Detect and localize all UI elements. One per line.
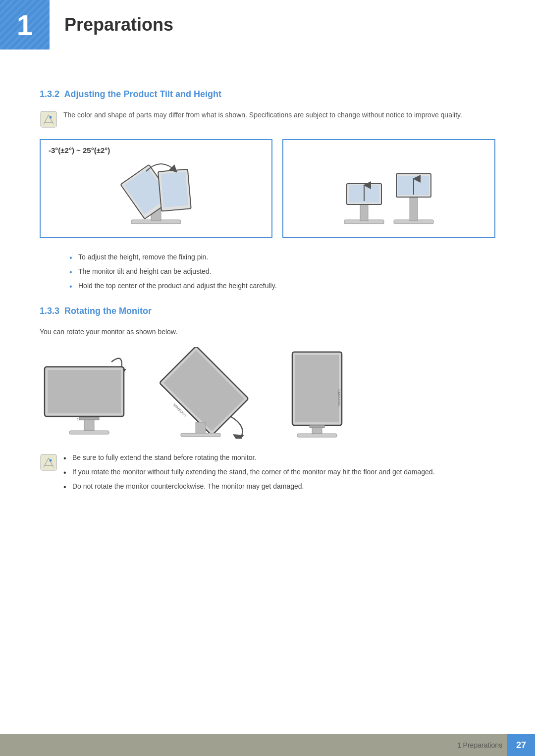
section-133-heading: 1.3.3 Rotating the Monitor [40, 306, 495, 316]
bullet-item-133: Do not rotate the monitor counterclockwi… [63, 481, 495, 492]
svg-rect-36 [312, 428, 322, 434]
rotation-diagram-3: SAMSUNG [277, 347, 357, 439]
section-132-heading: 1.3.2 Adjusting the Product Tilt and Hei… [40, 89, 495, 100]
tilt-diagram-right [282, 139, 495, 238]
section-133-notes: Be sure to fully extend the stand before… [40, 453, 495, 496]
svg-point-4 [50, 116, 52, 119]
svg-point-42 [50, 459, 52, 462]
svg-rect-26 [69, 431, 109, 434]
rotation-svg-2: SAMSUNG [154, 347, 263, 439]
svg-rect-24 [79, 417, 99, 420]
svg-rect-38 [41, 454, 56, 470]
page-header: 1 Preparations [0, 0, 535, 50]
rotation-svg-3: SAMSUNG [277, 347, 357, 439]
rotation-diagram-2: SAMSUNG [154, 347, 263, 439]
chapter-number-block: 1 [0, 0, 50, 50]
section-132-note-text: The color and shape of parts may differ … [63, 109, 462, 120]
svg-rect-0 [41, 111, 56, 127]
svg-text:SAMSUNG: SAMSUNG [337, 389, 341, 406]
svg-rect-30 [196, 422, 206, 433]
bullet-item: Hold the top center of the product and a… [69, 281, 495, 291]
rotation-diagrams-row: SAMSUNG SAMSU [40, 347, 495, 439]
section-132-bullets: To adjust the height, remove the fixing … [69, 252, 495, 291]
svg-rect-25 [84, 420, 94, 431]
svg-rect-35 [310, 425, 324, 428]
bullet-item: To adjust the height, remove the fixing … [69, 252, 495, 262]
svg-rect-10 [161, 172, 189, 207]
svg-rect-17 [410, 196, 418, 221]
svg-rect-33 [295, 355, 339, 422]
section-133-intro: You can rotate your monitor as shown bel… [40, 326, 495, 337]
bullet-item: The monitor tilt and height can be adjus… [69, 266, 495, 277]
bullet-item-133: If you rotate the monitor without fully … [63, 467, 495, 477]
tilt-svg-left [102, 147, 211, 231]
note-icon-133 [40, 454, 57, 471]
note-icon [40, 110, 57, 128]
page-number-badge: 27 [507, 734, 535, 756]
footer-section-label: 1 Preparations [457, 741, 507, 749]
svg-rect-12 [360, 203, 368, 221]
svg-rect-22 [48, 370, 121, 413]
svg-rect-28 [163, 351, 244, 431]
main-content: 1.3.2 Adjusting the Product Tilt and Hei… [0, 50, 535, 525]
rotation-svg-1: SAMSUNG [40, 347, 139, 439]
tilt-svg-right [334, 147, 443, 231]
page-footer: 1 Preparations 27 [0, 734, 535, 756]
chapter-title: Preparations [50, 14, 173, 35]
tilt-diagrams-row: -3°(±2°) ~ 25°(±2°) [40, 139, 495, 238]
bullet-item-133: Be sure to fully extend the stand before… [63, 453, 495, 463]
tilt-label: -3°(±2°) ~ 25°(±2°) [47, 145, 112, 155]
svg-rect-31 [181, 433, 220, 437]
rotation-diagram-1: SAMSUNG [40, 347, 139, 439]
section-133-bullet-list: Be sure to fully extend the stand before… [63, 453, 495, 496]
tilt-diagram-left: -3°(±2°) ~ 25°(±2°) [40, 139, 272, 238]
chapter-number: 1 [17, 8, 33, 42]
svg-rect-37 [297, 434, 337, 437]
section-132-note: The color and shape of parts may differ … [40, 109, 495, 128]
